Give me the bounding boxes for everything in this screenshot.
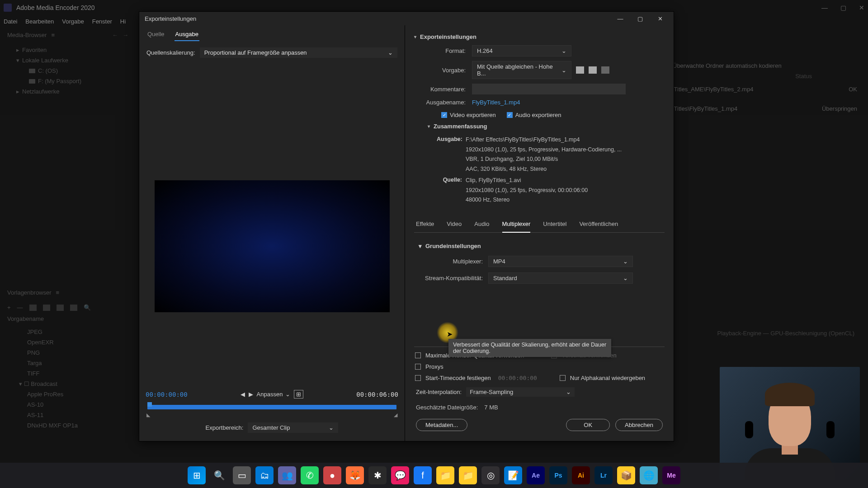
app-icon[interactable]: 📦 [617,466,635,484]
queue-row[interactable]: lyByTitles_AME\FlyByTitles_2.mp4 OK [663,80,857,99]
nav-back-icon[interactable]: ← [112,32,118,38]
drive-f[interactable]: F: (My Passport) [7,76,128,86]
preset-item[interactable]: TIFF [14,368,121,379]
timeline-track[interactable] [147,405,396,409]
output-name-link[interactable]: FlyByTitles_1.mp4 [472,99,520,106]
preset-item[interactable]: AS-11 [14,410,121,420]
preset-tool-3[interactable] [57,305,64,311]
timecode-start[interactable]: 00:00:00:00 [146,391,188,398]
cancel-button[interactable]: Abbrechen [615,419,663,431]
aftereffects-icon[interactable]: Ae [527,466,545,484]
explorer-icon[interactable]: 🗂 [255,466,274,484]
preset-item[interactable]: Apple ProRes [14,389,121,399]
favorites-folder[interactable]: ▸ Favoriten [7,45,128,55]
max-render-quality-checkbox[interactable] [415,352,421,358]
menu-edit[interactable]: Bearbeiten [25,18,54,25]
whatsapp-icon[interactable]: ✆ [301,466,319,484]
search-icon[interactable]: 🔍 [210,466,228,484]
dialog-maximize-icon[interactable]: ▢ [632,13,648,24]
collapse-icon[interactable]: ▾ [414,34,416,39]
collapse-icon[interactable]: ▾ [419,243,422,249]
tab-subtitles[interactable]: Untertitel [543,221,566,232]
tab-publish[interactable]: Veröffentlichen [579,221,618,232]
messenger-icon[interactable]: 💬 [391,466,409,484]
drive-c[interactable]: C: (OS) [7,66,128,76]
start-icon[interactable]: ⊞ [188,466,206,484]
tab-audio[interactable]: Audio [474,221,489,232]
tab-effects[interactable]: Effekte [416,221,434,232]
app-icon[interactable]: ✱ [368,466,387,484]
preset-tool-4[interactable] [70,305,77,311]
metadata-button[interactable]: Metadaten... [416,419,467,431]
folder-icon[interactable]: 📁 [459,466,477,484]
save-preset-icon[interactable] [576,66,584,74]
alpha-only-checkbox[interactable] [560,375,566,381]
preset-tool-2[interactable] [43,305,50,311]
queue-row[interactable]: lyByTitles\FlyByTitles_1.mp4 Überspringe… [663,99,857,118]
ok-button[interactable]: OK [566,419,610,431]
minimize-icon[interactable]: — [821,4,828,11]
stream-compat-dropdown[interactable]: Standard⌄ [488,272,633,284]
nav-fwd-icon[interactable]: → [123,32,128,38]
playhead[interactable] [147,402,152,407]
play-back-icon[interactable]: ◀ [241,391,245,398]
facebook-icon[interactable]: f [414,466,432,484]
delete-preset-icon[interactable] [601,66,609,74]
app-icon[interactable]: ● [323,466,341,484]
media-encoder-icon[interactable]: Me [662,466,680,484]
preset-item[interactable]: JPEG [14,327,121,337]
play-fwd-icon[interactable]: ▶ [249,391,253,398]
cursor-icon: ➤ [447,330,453,338]
lightroom-icon[interactable]: Lr [594,466,613,484]
crop-icon[interactable]: ⊞ [294,390,303,399]
add-preset-icon[interactable]: + [7,304,11,311]
preset-item[interactable]: OpenEXR [14,337,121,347]
dialog-close-icon[interactable]: ✕ [652,13,668,24]
menu-help[interactable]: Hi [120,18,126,25]
notepad-icon[interactable]: 📝 [504,466,522,484]
menu-file[interactable]: Datei [4,18,17,25]
obs-icon[interactable]: ◎ [481,466,500,484]
search-icon[interactable]: 🔍 [84,304,91,311]
preset-dropdown[interactable]: Mit Quelle abgleichen - Hohe B...⌄ [472,61,571,79]
illustrator-icon[interactable]: Ai [572,466,590,484]
menu-preset[interactable]: Vorgabe [62,18,84,25]
preset-item[interactable]: Targa [14,358,121,368]
menu-window[interactable]: Fenster [92,18,112,25]
net-drives[interactable]: ▸ Netzlaufwerke [7,86,128,97]
audio-export-checkbox[interactable]: ✓ [507,112,513,118]
collapse-icon[interactable]: ▾ [428,124,430,129]
photoshop-icon[interactable]: Ps [549,466,567,484]
tab-output[interactable]: Ausgabe [175,28,199,41]
preset-group[interactable]: ▾ ☐ Broadcast [14,379,121,389]
video-export-checkbox[interactable]: ✓ [441,112,447,118]
preset-item[interactable]: DNxHD MXF OP1a [14,420,121,431]
export-range-dropdown[interactable]: Gesamter Clip ⌄ [248,422,338,433]
close-icon[interactable]: ✕ [859,4,864,11]
tab-video[interactable]: Video [447,221,462,232]
maximize-icon[interactable]: ▢ [840,4,846,11]
start-timecode-checkbox[interactable] [415,375,421,381]
dialog-minimize-icon[interactable]: — [612,13,628,24]
proxies-checkbox[interactable] [415,364,421,370]
firefox-icon[interactable]: 🦊 [346,466,364,484]
format-dropdown[interactable]: H.264⌄ [472,45,571,56]
preset-tool-1[interactable] [29,305,37,311]
folder-icon[interactable]: 📁 [436,466,454,484]
import-preset-icon[interactable] [589,66,597,74]
teams-icon[interactable]: 👥 [278,466,296,484]
playback-engine-status: Playback-Engine — GPU-Beschleunigung (Op… [717,330,855,337]
preset-item[interactable]: AS-10 [14,399,121,410]
preset-item[interactable]: PNG [14,347,121,358]
remove-preset-icon[interactable]: — [17,304,23,311]
local-drives[interactable]: ▾ Lokale Laufwerke [7,55,128,66]
comments-input[interactable] [472,84,626,94]
time-interp-dropdown[interactable]: Frame-Sampling⌄ [466,387,575,397]
tab-source[interactable]: Quelle [146,28,165,41]
taskview-icon[interactable]: ▭ [233,466,251,484]
scaling-dropdown[interactable]: Proportional auf Framegröße anpassen ⌄ [200,47,397,58]
app-icon[interactable]: 🌐 [640,466,658,484]
tab-multiplexer[interactable]: Multiplexer [502,221,531,233]
fit-dropdown[interactable]: Anpassen ⌄ [257,391,291,398]
multiplexer-dropdown[interactable]: MP4⌄ [488,256,633,267]
